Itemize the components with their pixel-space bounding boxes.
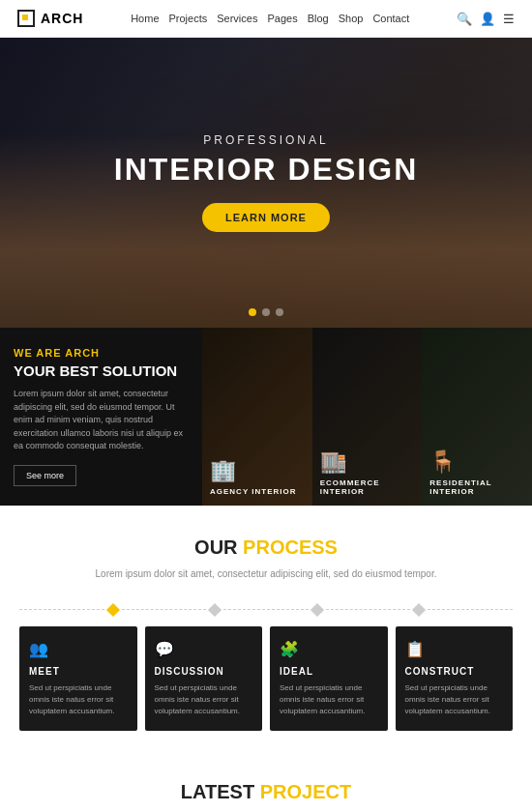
ecommerce-icon: 🏬 bbox=[320, 450, 415, 475]
discussion-title: DISCUSSION bbox=[155, 666, 253, 677]
process-card-discussion: 💬 DISCUSSION Sed ut perspiciatis unde om… bbox=[145, 626, 263, 731]
connector-line-5 bbox=[428, 609, 513, 610]
hero-dot-2[interactable] bbox=[262, 308, 270, 316]
construct-text: Sed ut perspiciatis unde omnis iste natu… bbox=[405, 682, 504, 717]
connector-diamond-1 bbox=[106, 602, 120, 616]
process-section: OUR PROCESS Lorem ipsum dolor sit amet, … bbox=[0, 506, 532, 754]
about-tag: WE ARE ARCH bbox=[14, 347, 189, 359]
discussion-icon: 💬 bbox=[155, 640, 253, 658]
process-card-ideal: 🧩 IDEAL Sed ut perspiciatis unde omnis i… bbox=[270, 626, 388, 731]
service-content-2: 🏬 ECOMMERCE INTERIOR bbox=[312, 440, 423, 506]
latest-title: LATEST PROJECT bbox=[19, 781, 513, 803]
service-card-agency[interactable]: 🏢 AGENCY INTERIOR bbox=[202, 328, 312, 506]
service-label-3: RESIDENTIAL INTERIOR bbox=[429, 478, 524, 496]
navbar: ARCH Home Projects Services Pages Blog S… bbox=[0, 0, 532, 38]
hero-dots bbox=[249, 308, 283, 316]
service-label-1: AGENCY INTERIOR bbox=[210, 487, 305, 496]
process-title: OUR PROCESS bbox=[19, 536, 513, 559]
ideal-text: Sed ut perspiciatis unde omnis iste natu… bbox=[280, 682, 378, 717]
meet-text: Sed ut perspiciatis unde omnis iste natu… bbox=[29, 682, 128, 717]
about-text: Lorem ipsum dolor sit amet, consectetur … bbox=[14, 388, 189, 453]
user-icon[interactable]: 👤 bbox=[480, 12, 495, 26]
process-subtitle: Lorem ipsum dolor sit amet, consectetur … bbox=[19, 566, 513, 582]
ideal-title: IDEAL bbox=[280, 666, 378, 677]
meet-title: MEET bbox=[29, 666, 128, 677]
about-title: YOUR BEST SOLUTION bbox=[14, 362, 189, 380]
service-content-1: 🏢 AGENCY INTERIOR bbox=[202, 449, 312, 506]
nav-contact[interactable]: Contact bbox=[372, 13, 409, 24]
process-connector bbox=[19, 605, 513, 615]
nav-services[interactable]: Services bbox=[217, 13, 257, 24]
process-card-meet: 👥 MEET Sed ut perspiciatis unde omnis is… bbox=[19, 626, 137, 731]
hero-cta-button[interactable]: Learn More bbox=[202, 203, 330, 232]
search-icon[interactable]: 🔍 bbox=[457, 12, 472, 26]
nav-blog[interactable]: Blog bbox=[308, 13, 329, 24]
service-label-2: ECOMMERCE INTERIOR bbox=[320, 478, 415, 496]
nav-home[interactable]: Home bbox=[131, 13, 159, 24]
nav-shop[interactable]: Shop bbox=[339, 13, 364, 24]
connector-line-4 bbox=[326, 609, 411, 610]
agency-icon: 🏢 bbox=[210, 458, 305, 483]
nav-pages[interactable]: Pages bbox=[267, 13, 297, 24]
connector-diamond-4 bbox=[412, 602, 426, 616]
hero-dot-3[interactable] bbox=[276, 308, 283, 316]
services-grid: 🏢 AGENCY INTERIOR 🏬 ECOMMERCE INTERIOR 🪑… bbox=[202, 328, 532, 506]
discussion-text: Sed ut perspiciatis unde omnis iste natu… bbox=[155, 682, 253, 717]
process-card-construct: 📋 CONSTRUCT Sed ut perspiciatis unde omn… bbox=[396, 626, 514, 731]
latest-section: LATEST PROJECT Lorem ipsum dolor sit ame… bbox=[0, 754, 532, 813]
service-card-residential[interactable]: 🪑 RESIDENTIAL INTERIOR bbox=[422, 328, 532, 506]
logo-text: ARCH bbox=[41, 11, 83, 26]
connector-line-1 bbox=[19, 609, 104, 610]
nav-projects[interactable]: Projects bbox=[169, 13, 208, 24]
nav-links: Home Projects Services Pages Blog Shop C… bbox=[131, 13, 409, 24]
nav-icons: 🔍 👤 ☰ bbox=[457, 12, 515, 26]
construct-icon: 📋 bbox=[405, 640, 504, 658]
connector-diamond-3 bbox=[310, 602, 324, 616]
ideal-icon: 🧩 bbox=[280, 640, 378, 658]
about-services-section: WE ARE ARCH YOUR BEST SOLUTION Lorem ips… bbox=[0, 328, 532, 506]
residential-icon: 🪑 bbox=[429, 450, 524, 475]
service-content-3: 🪑 RESIDENTIAL INTERIOR bbox=[422, 440, 532, 506]
meet-icon: 👥 bbox=[29, 640, 128, 658]
construct-title: CONSTRUCT bbox=[405, 666, 504, 677]
logo-icon bbox=[17, 10, 35, 27]
process-cards: 👥 MEET Sed ut perspiciatis unde omnis is… bbox=[19, 626, 513, 731]
about-panel: WE ARE ARCH YOUR BEST SOLUTION Lorem ips… bbox=[0, 328, 202, 506]
hero-content: PROFESSIONAL INTERIOR DESIGN Learn More bbox=[114, 133, 418, 231]
hero-title: INTERIOR DESIGN bbox=[114, 153, 418, 187]
hero-subtitle: PROFESSIONAL bbox=[114, 133, 418, 147]
hero-dot-1[interactable] bbox=[249, 308, 256, 316]
service-card-ecommerce[interactable]: 🏬 ECOMMERCE INTERIOR bbox=[312, 328, 423, 506]
connector-line-2 bbox=[122, 609, 207, 610]
connector-diamond-2 bbox=[208, 602, 222, 616]
connector-line-3 bbox=[223, 609, 309, 610]
hero-section: PROFESSIONAL INTERIOR DESIGN Learn More bbox=[0, 38, 532, 328]
logo[interactable]: ARCH bbox=[17, 10, 83, 27]
menu-icon[interactable]: ☰ bbox=[503, 12, 515, 26]
about-see-more-button[interactable]: See more bbox=[14, 465, 76, 486]
